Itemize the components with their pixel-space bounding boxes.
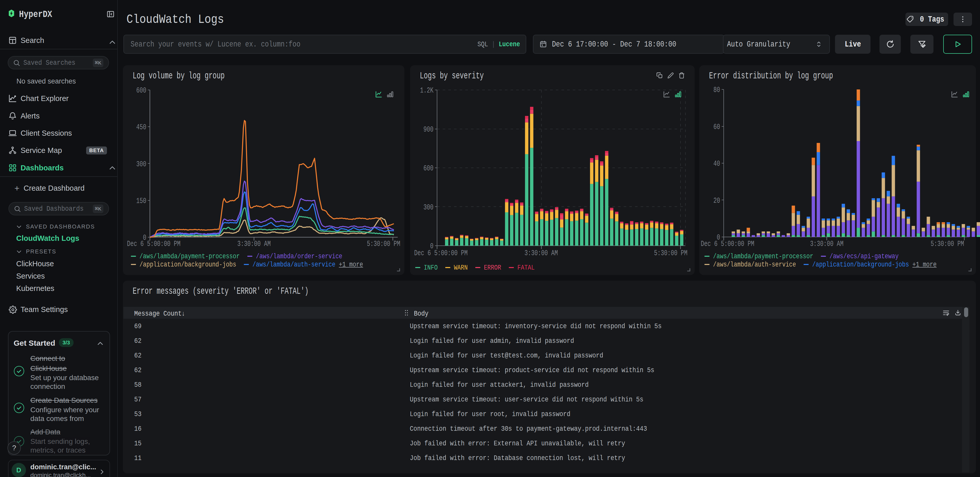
svg-text:150: 150 (136, 197, 146, 205)
svg-text:Dec 6 5:00:00 PM: Dec 6 5:00:00 PM (701, 240, 754, 248)
svg-text:600: 600 (136, 86, 146, 95)
svg-text:Dec 6 5:00:00 PM: Dec 6 5:00:00 PM (414, 249, 468, 258)
svg-text:600: 600 (423, 164, 433, 173)
svg-text:1.2K: 1.2K (420, 86, 433, 95)
svg-text:5:30:00 PM: 5:30:00 PM (367, 240, 400, 248)
svg-text:900: 900 (423, 125, 433, 134)
svg-text:3:30:00 AM: 3:30:00 AM (810, 240, 843, 248)
svg-text:300: 300 (136, 160, 146, 169)
svg-text:5:30:00 PM: 5:30:00 PM (654, 249, 687, 258)
svg-text:20: 20 (713, 196, 720, 205)
svg-text:5:30:00 PM: 5:30:00 PM (931, 240, 964, 248)
svg-text:3:30:00 AM: 3:30:00 AM (237, 240, 271, 248)
svg-text:60: 60 (713, 122, 720, 131)
svg-text:300: 300 (423, 203, 433, 212)
svg-text:40: 40 (713, 159, 720, 168)
svg-text:80: 80 (713, 86, 720, 94)
svg-text:Dec 6 5:00:00 PM: Dec 6 5:00:00 PM (127, 240, 180, 248)
svg-text:450: 450 (136, 123, 146, 132)
svg-text:3:30:00 AM: 3:30:00 AM (525, 249, 558, 258)
